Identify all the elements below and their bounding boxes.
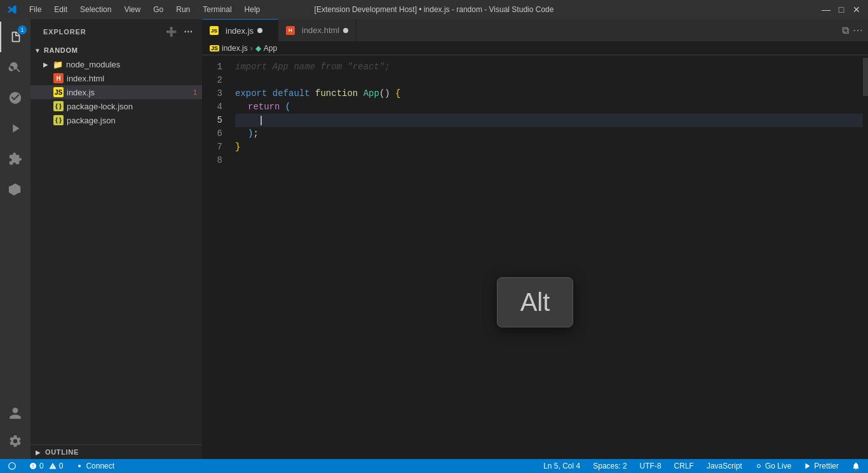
title-bar: File Edit Selection View Go Run Terminal…: [0, 0, 868, 19]
line-ending-label: CRLF: [674, 462, 694, 470]
branch-connect[interactable]: Connect: [73, 459, 117, 473]
sidebar: EXPLORER ➕ ⋯ ▼ RANDOM ▶ 📁 node_modules H…: [31, 19, 202, 459]
svg-point-1: [757, 465, 760, 468]
tab-index-html[interactable]: H index.html: [278, 19, 356, 41]
file-package-lock-json[interactable]: { } package-lock.json: [31, 99, 202, 113]
file-package-json[interactable]: { } package.json: [31, 113, 202, 127]
explorer-badge: 1: [18, 25, 27, 34]
prettier-button[interactable]: Prettier: [801, 459, 841, 473]
menu-run[interactable]: Run: [171, 4, 195, 15]
tab-index-js[interactable]: JS index.js: [202, 19, 278, 41]
node-modules-folder[interactable]: ▶ 📁 node_modules: [31, 57, 202, 71]
activity-bar-bottom: [0, 401, 31, 459]
activity-git[interactable]: [0, 174, 31, 205]
prettier-icon: [804, 462, 811, 470]
go-live-button[interactable]: Go Live: [752, 459, 794, 473]
code-line-6: ) ;: [235, 127, 863, 141]
title-menu: File Edit Selection View Go Run Terminal…: [24, 4, 265, 15]
node-modules-arrow-icon: ▶: [43, 61, 51, 68]
window-title: [Extension Development Host] • index.js …: [315, 5, 554, 14]
breadcrumb-file[interactable]: JS index.js: [210, 44, 248, 53]
tab-index-html-modified: [343, 28, 348, 33]
menu-edit[interactable]: Edit: [49, 4, 72, 15]
tab-html-icon: H: [286, 26, 295, 35]
status-bar-right: Ln 5, Col 4 Spaces: 2 UTF-8 CRLF JavaScr…: [541, 459, 863, 473]
code-line-5: [235, 114, 863, 127]
breadcrumb-symbol[interactable]: ◆ App: [255, 44, 277, 53]
line-ending[interactable]: CRLF: [672, 459, 696, 473]
file-index-js[interactable]: JS index.js 1: [31, 85, 202, 99]
cursor-position[interactable]: Ln 5, Col 4: [541, 459, 583, 473]
more-tabs-icon[interactable]: ⋯: [853, 24, 863, 36]
code-editor[interactable]: 1 2 3 4 5 6 7 8 import App name from "re…: [202, 55, 868, 459]
breadcrumb-symbol-icon: ◆: [255, 44, 261, 53]
spaces-label: Spaces: 2: [593, 462, 627, 470]
language-mode[interactable]: JavaScript: [704, 459, 745, 473]
json-icon: { }: [53, 115, 64, 125]
code-content[interactable]: import App name from "react"; export def…: [227, 55, 863, 459]
menu-help[interactable]: Help: [240, 4, 266, 15]
activity-bar: 1: [0, 19, 31, 459]
index-js-badge: 1: [193, 88, 197, 96]
remote-connect[interactable]: [5, 459, 19, 473]
position-label: Ln 5, Col 4: [543, 462, 580, 470]
main-container: 1: [0, 19, 868, 459]
new-file-icon[interactable]: ➕: [165, 25, 178, 38]
breadcrumb-js-icon: JS: [210, 45, 219, 51]
minimap: [863, 55, 868, 459]
tab-end-actions: ⧉ ⋯: [842, 24, 868, 36]
connect-label: Connect: [86, 462, 114, 470]
minimize-button[interactable]: ―: [821, 4, 831, 15]
tab-index-js-label: index.js: [226, 26, 254, 36]
alt-key-overlay: Alt: [497, 277, 573, 327]
node-modules-label: node_modules: [66, 60, 120, 69]
project-root-folder[interactable]: ▼ RANDOM: [31, 43, 202, 57]
tab-index-html-label: index.html: [302, 25, 339, 35]
activity-extensions[interactable]: [0, 144, 31, 174]
breadcrumb-symbol-name: App: [264, 44, 277, 53]
code-line-1: import App name from "react";: [235, 60, 863, 74]
outline-title: OUTLINE: [45, 448, 79, 456]
activity-explorer[interactable]: 1: [0, 22, 31, 52]
language-label: JavaScript: [707, 462, 742, 470]
more-actions-icon[interactable]: ⋯: [182, 25, 194, 38]
file-index-html[interactable]: H index.html: [31, 71, 202, 85]
sidebar-header-icons: ➕ ⋯: [165, 25, 194, 38]
package-lock-label: package-lock.json: [67, 102, 133, 111]
menu-go[interactable]: Go: [148, 4, 168, 15]
html-file-icon: H: [53, 73, 64, 83]
activity-search[interactable]: [0, 52, 31, 83]
remote-icon: [8, 462, 17, 470]
close-button[interactable]: ✕: [851, 4, 862, 15]
notifications-button[interactable]: [849, 459, 863, 473]
code-line-8: [235, 154, 863, 167]
breadcrumb-filename: index.js: [222, 44, 248, 53]
json-lock-icon: { }: [53, 101, 64, 111]
menu-view[interactable]: View: [119, 4, 146, 15]
activity-source-control[interactable]: [0, 83, 31, 113]
editor-area: JS index.js H index.html ⧉ ⋯ JS index.js…: [202, 19, 868, 459]
breadcrumb: JS index.js › ◆ App: [202, 41, 868, 55]
vscode-logo-icon: [6, 4, 18, 15]
status-bar-left: 0 0 Connect: [5, 459, 117, 473]
activity-account[interactable]: [0, 401, 31, 426]
activity-run[interactable]: [0, 113, 31, 144]
split-editor-icon[interactable]: ⧉: [842, 25, 849, 36]
status-bar: 0 0 Connect Ln 5, Col 4 Spaces: 2 UTF-8 …: [0, 459, 868, 473]
error-count[interactable]: 0 0: [27, 459, 65, 473]
warning-count-label: 0: [59, 462, 64, 470]
menu-terminal[interactable]: Terminal: [198, 4, 236, 15]
encoding-label: UTF-8: [640, 462, 661, 470]
activity-settings[interactable]: [0, 428, 31, 454]
sidebar-header: EXPLORER ➕ ⋯: [31, 19, 202, 42]
outline-section: ▶ OUTLINE: [31, 444, 202, 459]
outline-header[interactable]: ▶ OUTLINE: [31, 445, 202, 459]
menu-selection[interactable]: Selection: [75, 4, 116, 15]
maximize-button[interactable]: □: [836, 4, 846, 15]
go-live-label: Go Live: [765, 462, 791, 470]
bell-icon: [851, 462, 860, 470]
indentation[interactable]: Spaces: 2: [590, 459, 629, 473]
menu-file[interactable]: File: [24, 4, 46, 15]
tabs-bar: JS index.js H index.html ⧉ ⋯: [202, 19, 868, 41]
file-encoding[interactable]: UTF-8: [637, 459, 664, 473]
